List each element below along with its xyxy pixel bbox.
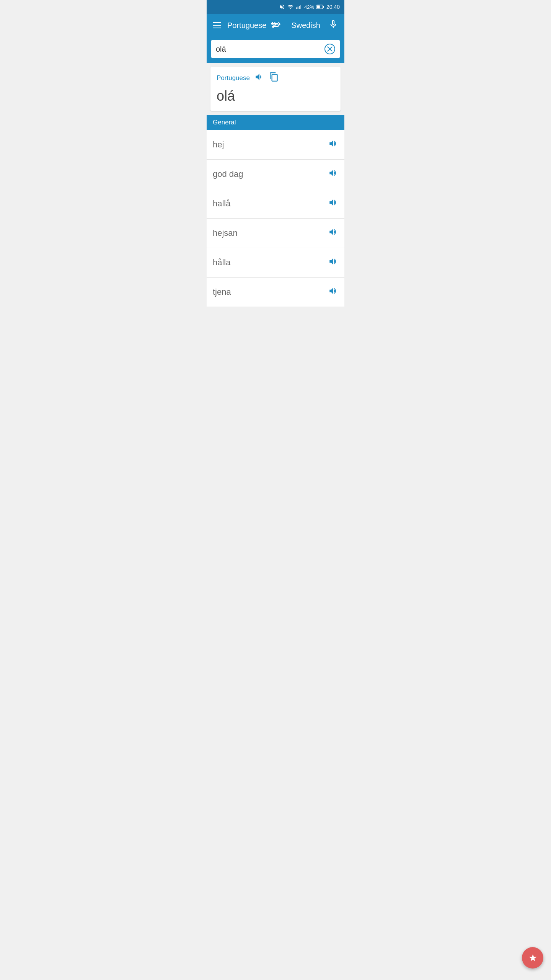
translations-list: hej god dag hallå hejsan hålla — [207, 130, 344, 307]
translation-sound-button[interactable] — [328, 256, 338, 269]
svg-rect-0 — [296, 7, 297, 9]
status-bar: 42% 20:40 — [207, 0, 344, 14]
translation-text: hej — [213, 140, 224, 150]
mic-button[interactable] — [328, 19, 338, 31]
svg-rect-1 — [298, 7, 298, 9]
clear-button[interactable] — [324, 44, 335, 54]
wifi-icon — [287, 4, 293, 10]
source-language[interactable]: Portuguese — [227, 21, 266, 30]
svg-rect-2 — [299, 6, 300, 9]
category-title: General — [213, 119, 236, 126]
source-card-language: Portuguese — [217, 74, 250, 82]
source-card-header: Portuguese — [217, 72, 334, 84]
translation-text: tjena — [213, 287, 231, 297]
svg-rect-5 — [317, 5, 320, 8]
signal-icon — [296, 4, 302, 10]
menu-button[interactable] — [213, 22, 221, 28]
battery-icon — [316, 5, 324, 9]
app-header: Portuguese Swedish — [207, 14, 344, 37]
source-sound-button[interactable] — [254, 72, 264, 84]
translation-item[interactable]: hallå — [207, 189, 344, 219]
translation-text: hallå — [213, 199, 230, 209]
search-bar — [207, 37, 344, 63]
status-time: 20:40 — [326, 4, 340, 10]
target-language[interactable]: Swedish — [286, 21, 325, 30]
translation-text: hålla — [213, 258, 230, 268]
source-word-card: Portuguese olá — [210, 67, 341, 111]
copy-button[interactable] — [269, 72, 279, 84]
translation-item[interactable]: hålla — [207, 248, 344, 278]
swap-languages-button[interactable] — [271, 20, 282, 30]
translation-sound-button[interactable] — [328, 198, 338, 210]
search-input-wrapper — [211, 40, 340, 58]
translation-item[interactable]: hejsan — [207, 219, 344, 248]
translation-item[interactable]: hej — [207, 130, 344, 160]
category-header: General — [207, 115, 344, 130]
source-card-icons — [254, 72, 279, 84]
svg-rect-6 — [323, 6, 324, 8]
translation-text: god dag — [213, 169, 243, 179]
translation-item[interactable]: god dag — [207, 160, 344, 189]
status-icons: 42% 20:40 — [279, 4, 340, 10]
translation-sound-button[interactable] — [328, 139, 338, 151]
translation-text: hejsan — [213, 228, 238, 238]
search-input[interactable] — [216, 45, 324, 54]
source-word-text: olá — [217, 88, 334, 104]
translation-sound-button[interactable] — [328, 286, 338, 298]
mute-icon — [279, 4, 285, 10]
translation-sound-button[interactable] — [328, 227, 338, 239]
battery-label: 42% — [304, 4, 314, 10]
svg-rect-3 — [300, 5, 301, 9]
translation-sound-button[interactable] — [328, 168, 338, 180]
translation-item[interactable]: tjena — [207, 278, 344, 307]
